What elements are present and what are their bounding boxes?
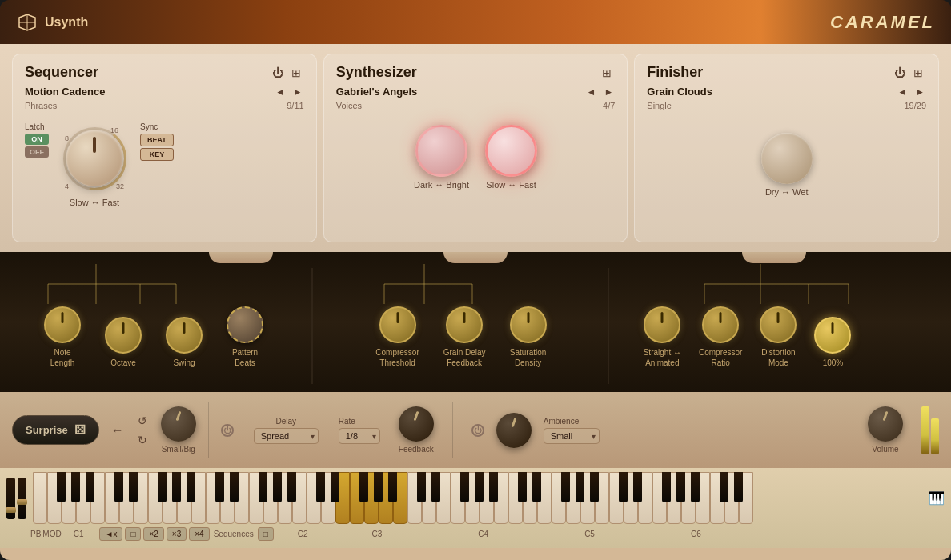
black-key-23[interactable] bbox=[374, 472, 383, 502]
delay-power-button[interactable]: ⏻ bbox=[221, 424, 234, 437]
black-key-31[interactable] bbox=[489, 472, 498, 502]
seq-btn-extra[interactable]: □ bbox=[258, 527, 274, 541]
redo-button[interactable]: ↻ bbox=[136, 432, 149, 448]
sequencer-main-knob[interactable] bbox=[66, 130, 122, 186]
black-key-40[interactable] bbox=[619, 472, 628, 502]
finisher-grid-icon[interactable]: ⊞ bbox=[913, 66, 926, 79]
black-key-45[interactable] bbox=[691, 472, 700, 502]
sequencer-power-icon[interactable]: ⏻ bbox=[272, 66, 285, 79]
black-key-12[interactable] bbox=[215, 472, 224, 502]
black-key-1[interactable] bbox=[57, 472, 66, 502]
black-key-15[interactable] bbox=[259, 472, 267, 502]
delay-select[interactable]: Spread Ping Pong Simple bbox=[254, 428, 319, 444]
seq-btn-back[interactable]: ◄x bbox=[99, 527, 122, 541]
finisher-next-btn[interactable]: ► bbox=[913, 86, 926, 98]
pb-mod-area bbox=[6, 478, 26, 519]
midi-icon[interactable]: 🎹 bbox=[929, 490, 945, 506]
ambience-select[interactable]: Small Medium Large Hall bbox=[544, 428, 600, 444]
macro-label-100pct: 100% bbox=[823, 358, 844, 368]
seq-btn-x3[interactable]: ×3 bbox=[167, 527, 187, 541]
seq-btn-loop[interactable]: □ bbox=[125, 527, 141, 541]
black-key-8[interactable] bbox=[158, 472, 167, 502]
black-key-17[interactable] bbox=[287, 472, 296, 502]
white-key-1[interactable] bbox=[33, 472, 47, 524]
piano-keys-container bbox=[33, 472, 922, 524]
black-key-24[interactable] bbox=[388, 472, 397, 502]
synth-knob-slow-fast[interactable] bbox=[485, 125, 537, 177]
macro-note-length: NoteLength bbox=[44, 306, 81, 368]
macro-compressor-threshold: CompressorThreshold bbox=[375, 306, 419, 368]
feedback-control: Feedback bbox=[399, 406, 434, 454]
latch-off-button[interactable]: OFF bbox=[25, 146, 49, 158]
ambience-power-button[interactable]: ⏻ bbox=[471, 424, 484, 437]
sequencer-grid-icon[interactable]: ⊞ bbox=[291, 66, 304, 79]
latch-control: Latch ON OFF bbox=[25, 122, 49, 158]
macro-knob-straight-animated[interactable] bbox=[644, 306, 680, 343]
black-key-2[interactable] bbox=[71, 472, 80, 502]
finisher-power-icon[interactable]: ⏻ bbox=[894, 66, 907, 79]
black-key-13[interactable] bbox=[230, 472, 239, 502]
macro-knob-pattern-beats[interactable] bbox=[227, 306, 263, 343]
rate-select[interactable]: 1/8 1/4 1/16 bbox=[339, 428, 380, 444]
black-key-16[interactable] bbox=[273, 472, 282, 502]
black-key-19[interactable] bbox=[316, 472, 325, 502]
black-key-44[interactable] bbox=[676, 472, 685, 502]
sequencer-prev-btn[interactable]: ◄ bbox=[274, 86, 287, 98]
pb-slider[interactable] bbox=[6, 478, 15, 519]
black-key-22[interactable] bbox=[359, 472, 368, 502]
black-key-41[interactable] bbox=[633, 472, 642, 502]
finisher-header: Finisher ⏻ ⊞ bbox=[647, 64, 926, 81]
sequencer-next-btn[interactable]: ► bbox=[291, 86, 304, 98]
black-key-48[interactable] bbox=[734, 472, 743, 502]
synth-knob-dark-bright[interactable] bbox=[415, 125, 467, 177]
black-key-5[interactable] bbox=[114, 472, 123, 502]
macro-knob-100pct[interactable] bbox=[814, 317, 851, 354]
macro-knob-distortion[interactable] bbox=[760, 306, 797, 343]
black-key-43[interactable] bbox=[662, 472, 671, 502]
synthesizer-prev-btn[interactable]: ◄ bbox=[585, 86, 598, 98]
black-key-10[interactable] bbox=[187, 472, 195, 502]
latch-on-button[interactable]: ON bbox=[25, 134, 49, 145]
black-key-26[interactable] bbox=[417, 472, 426, 502]
sync-beat-button[interactable]: BEAT bbox=[140, 134, 174, 146]
black-key-29[interactable] bbox=[460, 472, 469, 502]
macro-knob-comp-ratio[interactable] bbox=[702, 306, 739, 343]
sync-key-button[interactable]: KEY bbox=[140, 148, 174, 161]
macro-knob-grain-delay[interactable] bbox=[446, 306, 483, 343]
black-key-34[interactable] bbox=[532, 472, 541, 502]
surprise-button[interactable]: Surprise ⚄ bbox=[12, 415, 99, 445]
black-key-30[interactable] bbox=[475, 472, 484, 502]
small-big-knob[interactable] bbox=[161, 406, 196, 442]
macro-knob-swing[interactable] bbox=[166, 317, 203, 354]
black-key-6[interactable] bbox=[129, 472, 138, 502]
macro-knob-comp-threshold[interactable] bbox=[379, 306, 416, 343]
ambience-knob[interactable] bbox=[496, 413, 532, 448]
black-key-20[interactable] bbox=[331, 472, 339, 502]
feedback-knob[interactable] bbox=[399, 406, 434, 442]
black-key-3[interactable] bbox=[86, 472, 94, 502]
black-key-9[interactable] bbox=[172, 472, 181, 502]
undo-button[interactable]: ↺ bbox=[136, 413, 149, 429]
black-key-47[interactable] bbox=[720, 472, 728, 502]
seq-btn-x2[interactable]: ×2 bbox=[143, 527, 163, 541]
macro-knob-note-length[interactable] bbox=[44, 306, 81, 343]
seq-btn-x4[interactable]: ×4 bbox=[189, 527, 209, 541]
volume-knob[interactable] bbox=[868, 406, 903, 442]
sync-control: Sync BEAT KEY bbox=[140, 122, 174, 161]
finisher-prev-btn[interactable]: ◄ bbox=[896, 86, 909, 98]
black-key-37[interactable] bbox=[576, 472, 584, 502]
black-key-36[interactable] bbox=[561, 472, 570, 502]
mod-slider[interactable] bbox=[18, 478, 26, 519]
keyboard-label-row: PB MOD C1 ◄x □ ×2 ×3 ×4 Sequences □ C2 C… bbox=[6, 527, 945, 541]
notch-left bbox=[209, 252, 273, 263]
black-key-27[interactable] bbox=[431, 472, 440, 502]
macro-knob-octave[interactable] bbox=[105, 317, 142, 354]
macro-knob-saturation[interactable] bbox=[510, 306, 547, 343]
synthesizer-grid-icon[interactable]: ⊞ bbox=[602, 66, 615, 79]
black-key-33[interactable] bbox=[518, 472, 527, 502]
finisher-preset-count: 19/29 bbox=[904, 101, 926, 118]
panels-area: Sequencer ⏻ ⊞ Motion Cadence ◄ ► Phrases… bbox=[0, 44, 951, 252]
black-key-38[interactable] bbox=[590, 472, 599, 502]
finisher-dry-wet-knob[interactable] bbox=[761, 133, 813, 184]
synthesizer-next-btn[interactable]: ► bbox=[602, 86, 615, 98]
